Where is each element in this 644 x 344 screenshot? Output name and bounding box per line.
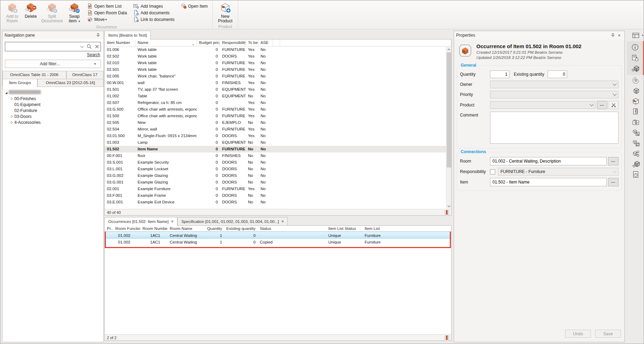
item-row[interactable]: 03.G.001Example Glazing0DOORSNoNo [105, 179, 451, 186]
tree-node[interactable]: 03-Doors [4, 113, 102, 119]
new-product-button[interactable]: New Product [214, 1, 236, 24]
swap-item-button[interactable]: ⇄ Swap item ▾ [65, 1, 83, 24]
occurrence-column-header[interactable]: Room Name [168, 226, 201, 231]
occurrence-column-header[interactable]: Room Number [140, 226, 168, 231]
items-column-header[interactable]: Item Number [105, 39, 136, 46]
occurrence-column-header[interactable]: Quantity [201, 226, 224, 231]
tab-occurrences[interactable]: Occurrences [01.502: Item Name]× [104, 217, 177, 226]
item-row[interactable]: 01.500Office chair with armrests, ergono… [105, 113, 451, 119]
owner-dropdown[interactable] [490, 81, 619, 88]
occurrence-column-header[interactable]: Room Function #: [113, 226, 140, 231]
occurrence-column-header[interactable]: Item List [363, 226, 451, 231]
undo-button[interactable]: Undo [565, 330, 591, 338]
tree-node[interactable]: 02-Furniture [4, 107, 102, 113]
classification-icon[interactable] [627, 75, 644, 85]
codes-icon[interactable] [627, 138, 644, 148]
product-dropdown[interactable] [490, 101, 595, 109]
tab-omniclass-17[interactable]: OmniClass 17 [66, 71, 103, 79]
items-scrollbar[interactable] [446, 47, 451, 209]
move-button[interactable]: Move ▾ [86, 16, 128, 23]
tab-item-groups[interactable]: Item Groups [2, 79, 37, 87]
open-item-button[interactable]: Open Item [180, 3, 209, 9]
info-icon[interactable] [627, 42, 643, 53]
item-row[interactable]: 02.505New0EJEMPLONoNo [105, 119, 451, 126]
item-row[interactable]: 01.502Item Name0FURNITURENoNo [105, 146, 451, 152]
occurrence-row[interactable]: 01.0021AC1Central Waiting10UniqueFurnitu… [105, 232, 451, 239]
item-row[interactable]: 00.F.001floor0FINISHESNoNo [105, 152, 451, 159]
product-icon[interactable] [627, 96, 644, 106]
item-row[interactable]: 01.002Table0EQUIPMENTNoNo [105, 93, 451, 99]
item-row[interactable]: 03.L.001Example Lockset0DOORSNoNo [105, 166, 451, 172]
report-icon[interactable] [445, 210, 449, 215]
search-link[interactable]: Search [87, 52, 100, 57]
product-browse-button[interactable]: ••• [597, 101, 607, 109]
product-unlink-icon[interactable] [609, 101, 619, 109]
tab-omniclass-23-2012-05-16[interactable]: OmniClass 23 [2012-05-16] [37, 79, 103, 87]
open-room-data-button[interactable]: Open Room Data [86, 9, 128, 16]
item-row[interactable]: 03.S.001Example Security0DOORSNoNo [105, 159, 451, 166]
item-row[interactable]: 01.501TV, app 37 "flat screen0EQUIPMENTY… [105, 86, 451, 93]
images-icon[interactable] [627, 117, 644, 127]
tree-collapsed-icon[interactable] [9, 97, 14, 100]
item-row[interactable]: 02.001Example Furniture0FURNITUREYesNo [105, 186, 451, 192]
scroll-down-icon[interactable] [446, 203, 452, 209]
report-icon[interactable] [445, 335, 449, 340]
relations-icon[interactable] [627, 148, 644, 159]
pin-icon[interactable] [95, 32, 101, 38]
pin-icon[interactable] [610, 32, 616, 38]
room-field[interactable] [490, 157, 607, 165]
priority-dropdown[interactable] [490, 91, 619, 98]
items-column-header[interactable]: Name▲ [136, 39, 197, 46]
add-documents-button[interactable]: Add documents [132, 9, 175, 16]
add-images-button[interactable]: Add Images [132, 3, 175, 9]
structure-icon[interactable] [627, 127, 644, 138]
search-options-chevron-icon[interactable] [78, 45, 85, 48]
item-row[interactable]: 00.W.001wall0FINISHESYesNo [105, 80, 451, 86]
item-field[interactable] [490, 178, 607, 186]
item-row[interactable]: 03.G.500Office chair with armrests, ergo… [105, 106, 451, 113]
scrollbar-thumb[interactable] [447, 52, 451, 167]
tree-collapsed-icon[interactable] [9, 121, 14, 124]
tree-expanded-icon[interactable] [4, 91, 9, 95]
item-browse-button[interactable]: ••• [608, 178, 619, 186]
responsibility-checkbox[interactable] [490, 169, 495, 174]
split-occurrence-button[interactable]: Y Split Occurrence [39, 1, 65, 24]
item-row[interactable]: 03.E.001Example Exit Device0DOORSNoNo [105, 199, 451, 205]
item-row[interactable]: 02.504Mirror, wall0FURNITUREYesNo [105, 126, 451, 133]
item-row[interactable]: 01.006Work table0FURNITUREYesNo [105, 46, 451, 53]
tree-node[interactable]: 4-Accessories [4, 119, 102, 125]
occurrence-column-header[interactable]: Item List Status [326, 226, 363, 231]
tab-specification[interactable]: Specification [01.001, 01.002, 01.003, 0… [177, 217, 288, 225]
search-input[interactable] [5, 42, 78, 51]
tree-root-node[interactable] [4, 90, 102, 96]
tree-node[interactable]: 01-Equipment [4, 102, 102, 107]
room-browse-button[interactable]: ••• [608, 157, 619, 165]
items-column-header[interactable]: To be... [246, 39, 258, 46]
responsibility-dropdown[interactable]: FURNITURE - Furniture [498, 168, 619, 175]
attachments-icon[interactable] [627, 106, 644, 117]
item-documents-icon[interactable] [627, 53, 643, 63]
occurrences-icon[interactable] [627, 63, 643, 74]
scroll-up-icon[interactable] [446, 47, 452, 52]
clear-search-icon[interactable] [93, 44, 101, 49]
existing-quantity-field[interactable] [548, 70, 567, 78]
occurrence-column-header[interactable]: Pr... [105, 226, 113, 231]
tab-omniclass-table-31-2006[interactable]: OmniClass Table 31 - 2006 [2, 71, 66, 79]
open-item-list-button[interactable]: Open Item List [86, 3, 128, 9]
item-row[interactable]: 03.F.001Example Frame0DOORSNoNo [105, 192, 451, 199]
add-to-room-button[interactable]: Add to Room [2, 1, 22, 24]
item-row[interactable]: 02.005Work chair, "balance"0FURNITUREYes… [105, 73, 451, 80]
close-icon[interactable]: × [616, 32, 622, 38]
occurrence-column-header[interactable]: Existing quantity [224, 226, 258, 231]
tab-items[interactable]: Items [Beatrix to Test] [104, 31, 151, 39]
occurrence-row[interactable]: 01.0021AC1Central Waiting10CopiedUniqueF… [105, 239, 451, 246]
items-column-header[interactable]: Budget price [197, 39, 220, 46]
item-row[interactable]: 02.501Work table0FURNITUREYesNo [105, 66, 451, 73]
tree-node[interactable]: 00-Finishes [4, 96, 102, 102]
link-to-documents-button[interactable]: Link to documents [132, 16, 175, 23]
panel-layout-icon[interactable]: ▾ [627, 31, 644, 40]
item-row[interactable]: 03.G.002Example Glazing0DOORSNoNo [105, 172, 451, 179]
add-filter-dropdown[interactable]: Add filter... ▾ [5, 60, 101, 68]
item-row[interactable]: 01.003Lamp0EQUIPMENTNoNo [105, 139, 451, 146]
save-button[interactable]: Save [595, 330, 621, 338]
